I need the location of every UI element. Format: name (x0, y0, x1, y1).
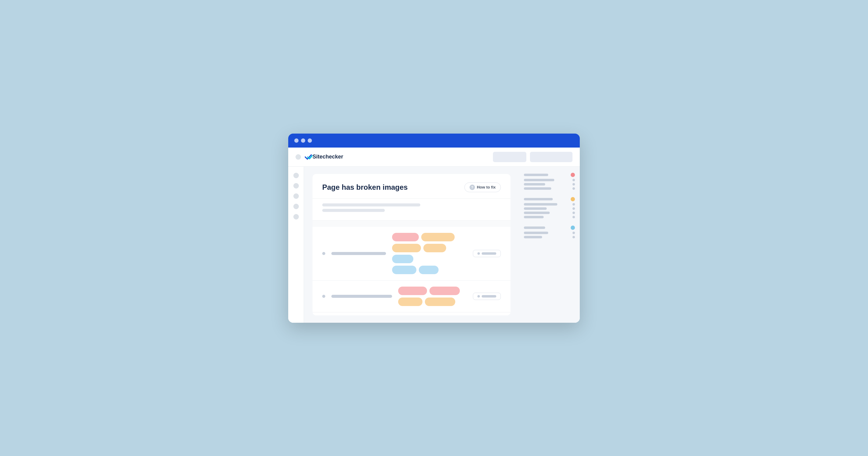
content-area: Page has broken images ? How to fix (304, 167, 519, 323)
rs-group-1 (524, 173, 575, 192)
browser-window: Sitechecker (288, 134, 580, 323)
tag-pink-1 (392, 233, 419, 241)
card-bottom-padding (312, 313, 510, 316)
rs-item-1-header (524, 173, 575, 177)
rs-dot-3-1 (572, 232, 575, 234)
rs-item-1-1 (524, 179, 575, 181)
table-row-1 (312, 227, 510, 281)
main-layout: Page has broken images ? How to fix (288, 167, 580, 323)
card-description (312, 199, 510, 221)
rs-subbar-3-2 (524, 236, 542, 238)
main-card: Page has broken images ? How to fix (312, 174, 510, 316)
action-dot-1 (477, 252, 480, 255)
browser-titlebar (288, 134, 580, 148)
rs-item-2-2 (524, 207, 575, 210)
rs-item-3-1 (524, 232, 575, 234)
left-sidebar (288, 167, 304, 323)
tag-blue-1 (392, 255, 413, 263)
tag-pink-2 (398, 287, 427, 295)
rs-indicator-blue (571, 226, 575, 230)
navbar: Sitechecker (288, 148, 580, 167)
tag-orange-5 (425, 297, 455, 306)
rs-bar-2 (524, 198, 553, 200)
row-url-2 (331, 295, 392, 298)
rs-subbar-1-3 (524, 187, 551, 190)
rs-dot-1-3 (572, 187, 575, 190)
row-bullet-1 (322, 252, 325, 255)
nav-button-1[interactable] (493, 152, 526, 162)
logo: Sitechecker (304, 154, 343, 160)
how-to-fix-button[interactable]: ? How to fix (464, 183, 501, 192)
rs-subbar-2-1 (524, 203, 557, 205)
rs-dot-1-2 (572, 183, 575, 186)
rs-dot-3-2 (572, 236, 575, 238)
navbar-right (493, 152, 572, 162)
question-icon: ? (469, 185, 475, 190)
rs-item-2-3 (524, 211, 575, 214)
sidebar-dot-1 (293, 173, 299, 178)
logo-icon (304, 154, 312, 160)
card-title: Page has broken images (322, 183, 408, 192)
right-sidebar (519, 167, 580, 323)
rs-indicator-red (571, 173, 575, 177)
rs-subbar-1-1 (524, 179, 554, 181)
desc-line-2 (322, 209, 385, 212)
traffic-dot-2 (301, 138, 305, 143)
rs-subbar-3-1 (524, 232, 548, 234)
nav-button-2[interactable] (530, 152, 572, 162)
tag-blue-2 (392, 266, 416, 274)
sidebar-dot-5 (293, 214, 299, 220)
tag-orange-2 (392, 244, 421, 252)
tag-orange-1 (421, 233, 455, 241)
sidebar-dot-2 (293, 183, 299, 189)
action-bar-2 (482, 295, 496, 297)
browser-body: Sitechecker (288, 148, 580, 323)
rs-subbar-2-3 (524, 211, 550, 214)
rs-bar-1 (524, 174, 548, 176)
action-btn-1[interactable] (473, 250, 501, 257)
rs-dot-2-4 (572, 216, 575, 218)
tags-area-1 (392, 233, 467, 274)
rs-dot-2-2 (572, 207, 575, 210)
rs-subbar-2-4 (524, 216, 544, 218)
rs-item-1-2 (524, 183, 575, 186)
sidebar-dot-4 (293, 204, 299, 209)
rs-bar-3 (524, 226, 545, 229)
table-row-2 (312, 281, 510, 313)
rs-item-1-3 (524, 187, 575, 190)
action-btn-2[interactable] (473, 293, 501, 300)
rs-indicator-orange (571, 197, 575, 201)
rs-group-3 (524, 226, 575, 240)
action-bar-1 (482, 252, 496, 255)
rs-dot-1-1 (572, 179, 575, 181)
tag-orange-3 (423, 244, 446, 252)
how-to-fix-label: How to fix (477, 185, 496, 190)
rs-subbar-1-2 (524, 183, 545, 186)
rs-dot-2-3 (572, 211, 575, 214)
row-url-1 (331, 252, 386, 255)
desc-line-1 (322, 203, 420, 206)
rs-item-2-header (524, 197, 575, 201)
tags-area-2 (398, 287, 467, 306)
tag-orange-4 (398, 297, 423, 306)
rs-subbar-2-2 (524, 207, 547, 210)
rs-item-3-header (524, 226, 575, 230)
traffic-dot-3 (308, 138, 312, 143)
logo-text: Sitechecker (312, 154, 343, 160)
tag-blue-3 (419, 266, 439, 274)
spacer-row (312, 221, 510, 227)
sidebar-dot-3 (293, 193, 299, 199)
rs-item-2-1 (524, 203, 575, 205)
row-bullet-2 (322, 295, 325, 298)
card-header: Page has broken images ? How to fix (312, 174, 510, 199)
rs-group-2 (524, 197, 575, 220)
rs-dot-2-1 (572, 203, 575, 205)
action-dot-2 (477, 295, 480, 297)
navbar-left: Sitechecker (296, 154, 343, 160)
rs-item-3-2 (524, 236, 575, 238)
rs-item-2-4 (524, 216, 575, 218)
tag-pink-3 (429, 287, 460, 295)
traffic-dot-1 (294, 138, 299, 143)
nav-circle (296, 154, 301, 160)
